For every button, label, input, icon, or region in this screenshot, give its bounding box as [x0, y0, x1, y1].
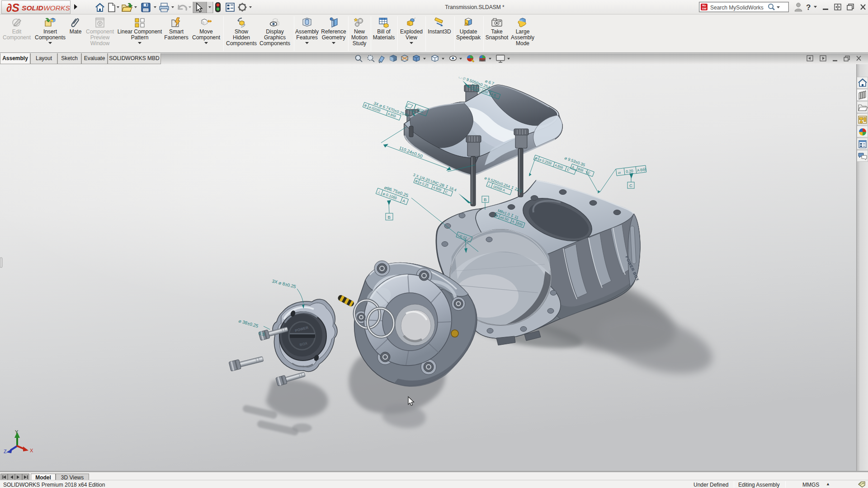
svg-text:Y: Y [15, 429, 19, 435]
svg-text:SOLIDWORKS: SOLIDWORKS [22, 4, 70, 12]
svg-text:B: B [484, 197, 486, 202]
svg-text:!: ! [467, 23, 467, 26]
svg-text:Z: Z [4, 449, 7, 454]
svg-text:⎂: ⎂ [618, 170, 621, 175]
svg-text:0.20: 0.20 [626, 169, 634, 174]
svg-text:C: C [629, 183, 632, 188]
svg-text:X: X [30, 448, 33, 453]
svg-text:?: ? [806, 3, 811, 12]
svg-text:B: B [388, 215, 391, 220]
svg-text:∂S: ∂S [6, 1, 19, 14]
